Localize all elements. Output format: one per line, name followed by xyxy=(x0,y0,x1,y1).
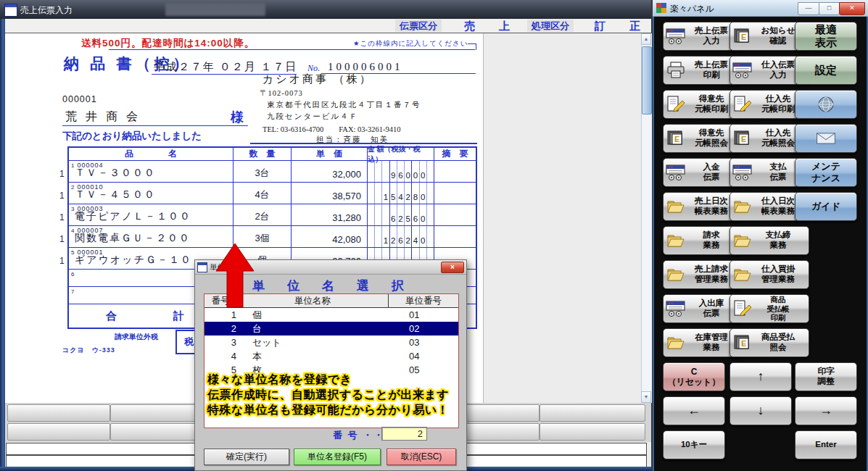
right-arrow-button[interactable]: → xyxy=(795,396,857,425)
button-label: お知らせ 確認 xyxy=(761,26,795,46)
item-ledger-print-button[interactable]: 商品 受払帳 印刷 xyxy=(729,294,809,323)
item-note xyxy=(434,161,476,182)
billing-unit-note: 請求単位外税 xyxy=(115,332,158,342)
item-ledger-inquiry-button[interactable]: E商品受払 照会 xyxy=(729,328,809,357)
redacted-area xyxy=(165,3,265,16)
item-unit-price: 42,080 xyxy=(292,226,368,247)
row-count: 1 xyxy=(59,234,65,244)
invoice-row[interactable]: 12000010ＴＶ－４５００4台38,570154280 xyxy=(69,183,476,204)
minimize-icon[interactable]: — xyxy=(798,2,819,15)
settings-button[interactable]: 設定 xyxy=(795,56,857,85)
button-label: → xyxy=(819,403,832,419)
function-key-button[interactable] xyxy=(540,423,645,441)
invoice-row[interactable]: 13000003電子ピアノＬ－１００2台31,28062560 xyxy=(69,204,476,226)
guide-button[interactable]: ガイド xyxy=(795,192,857,221)
button-label: 商品受払 照会 xyxy=(761,333,795,353)
optimal-display-button[interactable]: 最適 表示 xyxy=(795,22,857,51)
scrollbar-thumb[interactable] xyxy=(642,46,652,114)
function-key-button[interactable] xyxy=(7,423,110,441)
customer-name[interactable]: 荒 井 商 会 xyxy=(65,109,141,125)
panel-title: 楽々パネル xyxy=(670,3,714,15)
globe-icon xyxy=(815,94,837,114)
shipping-memo: 送料500円。配達時間は14:00以降。 xyxy=(81,37,255,50)
item-quantity: 3台 xyxy=(233,161,292,182)
unit-rows: 1個012台023セット034本045枚05 xyxy=(204,308,458,377)
button-label: 得意先 元帳照会 xyxy=(695,128,728,149)
unit-row[interactable]: 4本04 xyxy=(204,349,458,363)
left-arrow-button[interactable]: ← xyxy=(663,396,725,425)
item-name: ギアウオッチＧ－１０ xyxy=(75,254,192,267)
invoice-row[interactable]: 14000007関数電卓ＧＵ－２００3個42,080126240 xyxy=(69,226,476,248)
slip-icon xyxy=(665,300,687,317)
pendoc-icon xyxy=(732,300,753,317)
confirm-button[interactable]: 確定(実行) xyxy=(204,449,289,465)
folder-icon xyxy=(732,198,753,215)
payment-closing-button[interactable]: 支払締 業務 xyxy=(729,226,809,255)
web-button[interactable] xyxy=(795,90,857,119)
item-unit-price: 32,000 xyxy=(292,161,368,182)
main-title-bar[interactable]: 売上伝票入力 xyxy=(0,0,651,19)
folder-icon xyxy=(665,232,687,249)
button-label: 印字 調整 xyxy=(818,367,835,387)
svg-text:E: E xyxy=(741,33,746,41)
slip-icon xyxy=(732,62,753,79)
item-unit-price: 31,280 xyxy=(292,204,368,225)
close-icon[interactable]: ✕ xyxy=(839,2,865,15)
item-amount: 154280 xyxy=(368,183,434,204)
button-label: 仕入伝票 入力 xyxy=(761,60,795,80)
function-key-button[interactable] xyxy=(7,404,110,422)
book-icon: E xyxy=(732,28,753,45)
button-label: 最適 表示 xyxy=(815,23,837,49)
purchase-payable-management-button[interactable]: 仕入買掛 管理業務 xyxy=(729,260,809,289)
unit-row[interactable]: 2台02 xyxy=(204,322,458,335)
down-arrow-button[interactable]: ↓ xyxy=(729,396,792,425)
button-label: ↑ xyxy=(758,369,764,385)
memo-underline xyxy=(109,49,475,50)
button-label: 売上日次 帳表業務 xyxy=(695,196,728,217)
button-label: 10キー xyxy=(681,440,707,450)
book-icon: E xyxy=(665,130,687,147)
close-icon[interactable]: × xyxy=(441,262,464,273)
mail-button[interactable] xyxy=(795,124,857,153)
maximize-icon[interactable]: □ xyxy=(819,2,840,15)
function-key-button[interactable] xyxy=(540,404,645,422)
main-window-title: 売上伝票入力 xyxy=(20,4,73,17)
slip-class-value[interactable]: 売 上 xyxy=(464,20,516,32)
cancel-button[interactable]: 取消(ESC) xyxy=(387,449,456,465)
invoice-row[interactable]: 11000004ＴＶ－３０００3台32,00096000 xyxy=(69,161,476,183)
dialog-icon xyxy=(197,262,207,272)
customer-code[interactable]: 000001 xyxy=(62,94,97,104)
up-arrow-button[interactable]: ↑ xyxy=(729,362,792,391)
header-rule xyxy=(250,143,477,144)
number-input[interactable]: 2 xyxy=(381,427,427,441)
book-icon: E xyxy=(732,334,753,351)
clear-reset-button[interactable]: C （リセット） xyxy=(663,362,725,391)
button-label: 支払 伝票 xyxy=(770,162,787,183)
slip-no-value[interactable]: 100006001 xyxy=(328,61,403,73)
process-class-value[interactable]: 訂 正 xyxy=(595,20,647,32)
unit-row[interactable]: 3セット03 xyxy=(204,335,458,349)
unit-register-button[interactable]: 単位名登録(F5) xyxy=(294,449,381,465)
folder-icon xyxy=(732,266,753,283)
enter-button[interactable]: Enter xyxy=(795,430,857,459)
print-adjust-button[interactable]: 印字 調整 xyxy=(795,362,857,391)
scroll-up-icon[interactable]: ▲ xyxy=(641,33,651,45)
item-amount: 96000 xyxy=(368,161,434,182)
ten-key-button[interactable]: 10キー xyxy=(663,430,725,459)
invoice-header-row: 品 名 数 量 単 価 金 額（税抜・税込） 摘 要 xyxy=(69,148,476,161)
mail-icon xyxy=(815,130,837,146)
item-name: 電子ピアノＬ－１００ xyxy=(75,210,191,223)
panel-icon xyxy=(656,3,666,13)
unit-row[interactable]: 1個01 xyxy=(204,308,458,322)
button-label: 支払締 業務 xyxy=(766,230,791,251)
company-name: カシオ商事 （株） xyxy=(263,72,373,86)
maintenance-button[interactable]: メンテ ナンス xyxy=(795,158,857,187)
slip-class-label: 伝票区分 xyxy=(395,20,442,32)
item-note xyxy=(434,183,476,204)
button-label: 在庫管理 業務 xyxy=(695,333,728,353)
folder-icon xyxy=(732,232,753,249)
row-count: 1 xyxy=(59,169,65,179)
item-note xyxy=(434,204,476,225)
scroll-down-icon[interactable]: ▼ xyxy=(641,391,651,403)
window-border xyxy=(0,19,5,471)
